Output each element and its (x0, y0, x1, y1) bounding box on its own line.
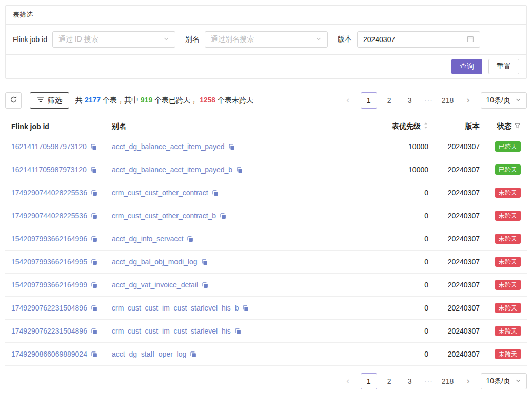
summary-part: 共 (75, 96, 85, 104)
copy-icon[interactable] (236, 167, 243, 173)
alias-link[interactable]: acct_dg_bal_obj_modi_log (112, 258, 198, 266)
job-id-select[interactable]: 通过 ID 搜索 (52, 31, 175, 48)
page-size-value: 10条/页 (486, 96, 510, 105)
version-date-input[interactable]: 20240307 (357, 31, 480, 48)
job-id-link[interactable]: 1621411705987973120 (11, 166, 87, 174)
page-button-1[interactable]: 1 (361, 373, 377, 389)
job-id-link[interactable]: 1542097993662164995 (11, 258, 87, 266)
alias-placeholder: 通过别名搜索 (211, 35, 254, 44)
copy-icon[interactable] (242, 305, 249, 312)
calendar-icon (467, 35, 474, 44)
version-cell: 20240307 (428, 327, 480, 335)
copy-icon[interactable] (90, 143, 97, 150)
priority-cell: 0 (354, 350, 428, 358)
page-size-select-top[interactable]: 10条/页 (481, 92, 527, 109)
copy-icon[interactable] (91, 213, 97, 219)
copy-icon[interactable] (228, 143, 235, 150)
page-button-1[interactable]: 1 (361, 92, 377, 109)
job-id-placeholder: 通过 ID 搜索 (58, 35, 98, 44)
page: 表筛选 Flink job id 通过 ID 搜索 别名 通过别名搜索 (0, 0, 532, 389)
filter-toggle-button[interactable]: 筛选 (30, 92, 69, 109)
page-size-select-bottom[interactable]: 10条/页 (481, 373, 527, 389)
table-row: 1542097993662164996 acct_dg_info_servacc… (5, 227, 527, 251)
table-row: 1621411705987973120 acct_dg_balance_acct… (5, 158, 527, 181)
alias-link[interactable]: acct_dg_vat_invoice_detail (112, 281, 198, 289)
status-badge: 未跨天 (495, 257, 521, 267)
copy-icon[interactable] (91, 190, 97, 196)
crossed-count: 919 (141, 96, 152, 104)
page-button-2[interactable]: 2 (381, 373, 398, 389)
copy-icon[interactable] (91, 305, 97, 312)
alias-link[interactable]: acct_dg_balance_acct_item_payed (112, 142, 225, 151)
reset-button[interactable]: 重置 (488, 59, 519, 74)
alias-link[interactable]: acct_dg_info_servacct (112, 235, 183, 243)
job-id-cell: 1749290762231504896 (11, 304, 112, 312)
uncrossed-count: 1258 (200, 96, 215, 104)
next-page-button[interactable]: › (460, 92, 477, 109)
header-version: 版本 (428, 122, 480, 131)
prev-page-button[interactable]: ‹ (340, 373, 357, 389)
query-button[interactable]: 查询 (451, 59, 482, 74)
page-button-3[interactable]: 3 (402, 373, 418, 389)
copy-icon[interactable] (91, 236, 97, 242)
page-ellipsis[interactable]: ··· (422, 96, 436, 105)
table-row: 1749290762231504896 crm_cust_cust_im_cus… (5, 320, 527, 343)
job-id-link[interactable]: 1542097993662164999 (11, 281, 87, 289)
copy-icon[interactable] (91, 351, 97, 358)
status-cell: 未跨天 (480, 349, 521, 359)
prev-page-button[interactable]: ‹ (340, 92, 357, 109)
job-id-link[interactable]: 1621411705987973120 (11, 142, 87, 151)
job-id-link[interactable]: 1749290762231504896 (11, 304, 87, 312)
total-count: 2177 (85, 96, 101, 104)
alias-select[interactable]: 通过别名搜索 (205, 31, 328, 48)
sort-icon[interactable] (423, 122, 428, 131)
job-id-link[interactable]: 1749290744028225536 (11, 189, 87, 197)
copy-icon[interactable] (190, 351, 196, 358)
refresh-button[interactable] (5, 92, 22, 109)
version-cell: 20240307 (428, 258, 480, 266)
header-status-label: 状态 (497, 122, 511, 131)
copy-icon[interactable] (220, 213, 226, 219)
copy-icon[interactable] (201, 259, 208, 265)
alias-link[interactable]: crm_cust_cust_im_cust_starlevel_his (112, 327, 231, 335)
copy-icon[interactable] (234, 328, 241, 335)
alias-link[interactable]: acct_dg_staff_oper_log (112, 350, 186, 358)
version-cell: 20240307 (428, 142, 480, 151)
job-id-link[interactable]: 1749290744028225536 (11, 212, 87, 220)
copy-icon[interactable] (212, 190, 219, 196)
page-button-3[interactable]: 3 (402, 92, 418, 109)
version-cell: 20240307 (428, 212, 480, 220)
copy-icon[interactable] (91, 259, 97, 265)
alias-cell: crm_cust_cust_im_cust_starlevel_his_b (112, 304, 354, 312)
job-id-link[interactable]: 1749290762231504896 (11, 327, 87, 335)
alias-link[interactable]: crm_cust_cust_other_contract (112, 189, 208, 197)
page-button-last[interactable]: 218 (440, 373, 456, 389)
page-ellipsis[interactable]: ··· (422, 377, 436, 385)
copy-icon[interactable] (187, 236, 193, 242)
priority-cell: 0 (354, 281, 428, 289)
status-cell: 未跨天 (480, 234, 521, 244)
priority-cell: 10000 (354, 142, 428, 151)
column-filter-icon[interactable] (514, 122, 521, 131)
status-cell: 未跨天 (480, 188, 521, 198)
page-button-last[interactable]: 218 (440, 92, 456, 109)
copy-icon[interactable] (90, 167, 97, 173)
alias-link[interactable]: crm_cust_cust_im_cust_starlevel_his_b (112, 304, 239, 312)
chevron-down-icon (515, 96, 521, 105)
job-id-link[interactable]: 1542097993662164996 (11, 235, 87, 243)
job-id-cell: 1749290744028225536 (11, 189, 112, 197)
next-page-button[interactable]: › (460, 373, 477, 389)
alias-cell: acct_dg_balance_acct_item_payed (112, 142, 354, 151)
header-priority[interactable]: 表优先级 (354, 122, 428, 131)
copy-icon[interactable] (202, 282, 208, 288)
status-badge: 未跨天 (495, 303, 521, 313)
table-row: 1749290866069889024 acct_dg_staff_oper_l… (5, 343, 527, 366)
alias-link[interactable]: crm_cust_cust_other_contract_b (112, 212, 216, 220)
copy-icon[interactable] (91, 328, 97, 335)
table-header-row: Flink job id 别名 表优先级 版本 状态 (5, 118, 527, 135)
alias-link[interactable]: acct_dg_balance_acct_item_payed_b (112, 166, 232, 174)
copy-icon[interactable] (91, 282, 97, 288)
job-id-link[interactable]: 1749290866069889024 (11, 350, 87, 358)
page-button-2[interactable]: 2 (381, 92, 398, 109)
table-row: 1621411705987973120 acct_dg_balance_acct… (5, 135, 527, 158)
